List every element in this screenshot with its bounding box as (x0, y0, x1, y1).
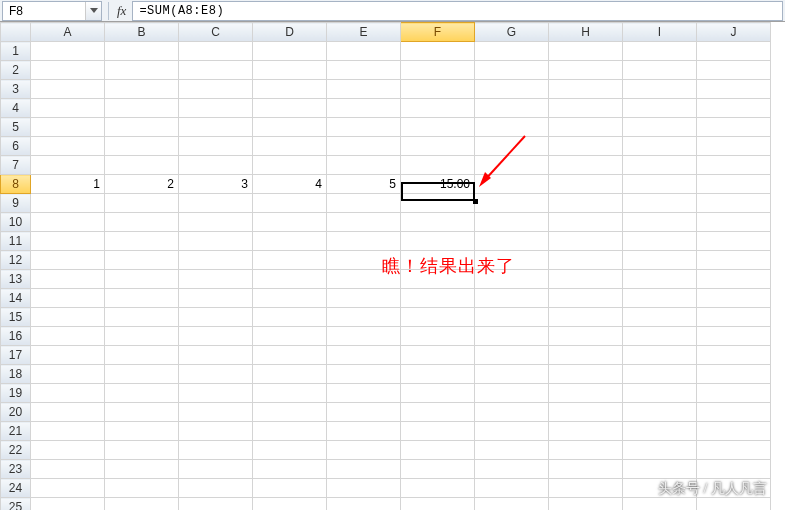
cell[interactable] (31, 498, 105, 511)
cell[interactable] (475, 42, 549, 61)
cell[interactable] (253, 384, 327, 403)
cell[interactable] (105, 365, 179, 384)
cell[interactable] (401, 251, 475, 270)
cell[interactable] (623, 289, 697, 308)
cell-D8[interactable]: 4 (253, 175, 327, 194)
cell[interactable] (549, 99, 623, 118)
fill-handle[interactable] (473, 199, 478, 204)
cell[interactable] (697, 194, 771, 213)
cell[interactable] (623, 251, 697, 270)
formula-input[interactable]: =SUM(A8:E8) (132, 1, 783, 21)
cell[interactable] (549, 308, 623, 327)
cell-E8[interactable]: 5 (327, 175, 401, 194)
cell[interactable] (401, 99, 475, 118)
cell[interactable] (697, 498, 771, 511)
cell[interactable] (105, 194, 179, 213)
cell[interactable] (475, 175, 549, 194)
cell[interactable] (179, 156, 253, 175)
cell[interactable] (623, 61, 697, 80)
cell[interactable] (623, 384, 697, 403)
cell[interactable] (179, 251, 253, 270)
cell[interactable] (105, 327, 179, 346)
cell[interactable] (179, 346, 253, 365)
col-header-H[interactable]: H (549, 23, 623, 42)
cell[interactable] (475, 441, 549, 460)
cell[interactable] (697, 80, 771, 99)
cell[interactable] (697, 232, 771, 251)
cell[interactable] (401, 365, 475, 384)
cell[interactable] (327, 327, 401, 346)
cell[interactable] (31, 80, 105, 99)
cell[interactable] (401, 308, 475, 327)
cell[interactable] (549, 213, 623, 232)
cell[interactable] (401, 441, 475, 460)
cell[interactable] (475, 365, 549, 384)
cell[interactable] (623, 422, 697, 441)
cell[interactable] (623, 232, 697, 251)
cell[interactable] (253, 346, 327, 365)
cell[interactable] (327, 194, 401, 213)
cell[interactable] (475, 61, 549, 80)
cell[interactable] (623, 365, 697, 384)
cell[interactable] (105, 80, 179, 99)
cell[interactable] (105, 156, 179, 175)
cell[interactable] (623, 99, 697, 118)
cell[interactable] (475, 156, 549, 175)
row-header-22[interactable]: 22 (1, 441, 31, 460)
cell[interactable] (549, 441, 623, 460)
row-header-20[interactable]: 20 (1, 403, 31, 422)
cell[interactable] (549, 365, 623, 384)
cell[interactable] (327, 289, 401, 308)
cell[interactable] (475, 118, 549, 137)
cell[interactable] (31, 61, 105, 80)
row-header-4[interactable]: 4 (1, 99, 31, 118)
cell[interactable] (105, 308, 179, 327)
cell[interactable] (401, 498, 475, 511)
cell[interactable] (475, 213, 549, 232)
cell[interactable] (549, 175, 623, 194)
cell[interactable] (327, 441, 401, 460)
cell[interactable] (31, 194, 105, 213)
row-header-10[interactable]: 10 (1, 213, 31, 232)
row-header-14[interactable]: 14 (1, 289, 31, 308)
cell[interactable] (697, 460, 771, 479)
cell[interactable] (327, 479, 401, 498)
cell[interactable] (179, 80, 253, 99)
cell[interactable] (623, 270, 697, 289)
cell-C8[interactable]: 3 (179, 175, 253, 194)
cell[interactable] (179, 308, 253, 327)
cell[interactable] (327, 99, 401, 118)
select-all-corner[interactable] (1, 23, 31, 42)
cell[interactable] (253, 422, 327, 441)
cell[interactable] (549, 42, 623, 61)
col-header-J[interactable]: J (697, 23, 771, 42)
row-header-3[interactable]: 3 (1, 80, 31, 99)
cell[interactable] (105, 42, 179, 61)
cell[interactable] (697, 270, 771, 289)
cell[interactable] (697, 175, 771, 194)
cell[interactable] (549, 251, 623, 270)
cell[interactable] (31, 232, 105, 251)
cell[interactable] (31, 327, 105, 346)
cell[interactable] (623, 118, 697, 137)
cell[interactable] (179, 441, 253, 460)
cell[interactable] (623, 137, 697, 156)
row-header-18[interactable]: 18 (1, 365, 31, 384)
cell[interactable] (179, 498, 253, 511)
cell[interactable] (549, 327, 623, 346)
cell[interactable] (253, 441, 327, 460)
cell[interactable] (475, 384, 549, 403)
row-header-11[interactable]: 11 (1, 232, 31, 251)
cell[interactable] (697, 137, 771, 156)
cell[interactable] (253, 80, 327, 99)
cell[interactable] (31, 156, 105, 175)
cell[interactable] (105, 403, 179, 422)
cell[interactable] (623, 42, 697, 61)
cell[interactable] (327, 346, 401, 365)
cell[interactable] (327, 61, 401, 80)
cell[interactable] (105, 61, 179, 80)
cell[interactable] (623, 460, 697, 479)
cell[interactable] (253, 42, 327, 61)
cell[interactable] (31, 251, 105, 270)
cell[interactable] (623, 498, 697, 511)
